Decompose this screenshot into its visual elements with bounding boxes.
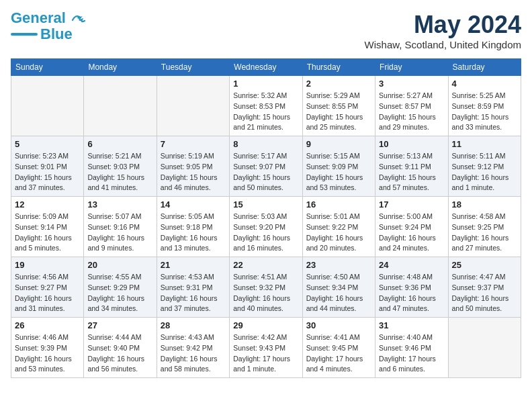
table-row: 30Sunrise: 4:41 AM Sunset: 9:45 PM Dayli… [302,318,375,378]
day-number: 7 [161,139,226,149]
day-number: 3 [379,79,444,89]
day-number: 28 [161,320,226,330]
logo: General Blue [11,11,86,42]
day-info: Sunrise: 4:40 AM Sunset: 9:46 PM Dayligh… [379,332,444,375]
day-number: 27 [87,320,152,330]
day-info: Sunrise: 4:44 AM Sunset: 9:40 PM Dayligh… [87,332,152,375]
day-info: Sunrise: 5:03 AM Sunset: 9:20 PM Dayligh… [233,212,298,254]
table-row: 2Sunrise: 5:29 AM Sunset: 8:55 PM Daylig… [302,76,375,136]
day-info: Sunrise: 4:53 AM Sunset: 9:31 PM Dayligh… [161,272,226,314]
table-row: 25Sunrise: 4:47 AM Sunset: 9:37 PM Dayli… [448,257,521,318]
day-number: 14 [161,199,226,210]
month-title: May 2024 [365,11,521,39]
day-info: Sunrise: 5:15 AM Sunset: 9:09 PM Dayligh… [306,151,371,193]
day-number: 4 [452,79,517,89]
day-info: Sunrise: 5:13 AM Sunset: 9:11 PM Dayligh… [379,151,444,193]
logo-line-accent [11,33,38,36]
day-number: 23 [306,260,371,270]
table-row: 3Sunrise: 5:27 AM Sunset: 8:57 PM Daylig… [375,76,448,136]
calendar-week-row: 12Sunrise: 5:09 AM Sunset: 9:14 PM Dayli… [11,197,521,257]
day-number: 22 [233,260,298,270]
day-info: Sunrise: 4:46 AM Sunset: 9:39 PM Dayligh… [15,332,80,375]
logo-bird-icon [71,13,86,24]
day-number: 5 [15,139,80,149]
table-row: 28Sunrise: 4:43 AM Sunset: 9:42 PM Dayli… [157,318,229,378]
day-number: 24 [379,260,444,270]
calendar-week-row: 1Sunrise: 5:32 AM Sunset: 8:53 PM Daylig… [11,76,521,136]
calendar-week-row: 19Sunrise: 4:56 AM Sunset: 9:27 PM Dayli… [11,257,521,318]
table-row: 21Sunrise: 4:53 AM Sunset: 9:31 PM Dayli… [157,257,229,318]
day-info: Sunrise: 5:19 AM Sunset: 9:05 PM Dayligh… [161,151,226,193]
logo-blue-text: Blue [40,27,73,42]
day-info: Sunrise: 5:17 AM Sunset: 9:07 PM Dayligh… [233,151,298,193]
day-number: 8 [233,139,298,149]
day-info: Sunrise: 4:43 AM Sunset: 9:42 PM Dayligh… [161,332,226,375]
day-info: Sunrise: 4:41 AM Sunset: 9:45 PM Dayligh… [306,332,371,375]
day-info: Sunrise: 5:01 AM Sunset: 9:22 PM Dayligh… [306,212,371,254]
table-row: 8Sunrise: 5:17 AM Sunset: 9:07 PM Daylig… [230,136,302,197]
day-number: 16 [306,199,371,210]
day-number: 29 [233,320,298,330]
day-info: Sunrise: 4:50 AM Sunset: 9:34 PM Dayligh… [306,272,371,314]
day-info: Sunrise: 4:48 AM Sunset: 9:36 PM Dayligh… [379,272,444,314]
table-row: 22Sunrise: 4:51 AM Sunset: 9:32 PM Dayli… [230,257,302,318]
table-row: 29Sunrise: 4:42 AM Sunset: 9:43 PM Dayli… [230,318,302,378]
table-row: 15Sunrise: 5:03 AM Sunset: 9:20 PM Dayli… [230,197,302,257]
table-row: 4Sunrise: 5:25 AM Sunset: 8:59 PM Daylig… [448,76,521,136]
table-row [157,76,229,136]
table-row [448,318,521,378]
day-info: Sunrise: 4:47 AM Sunset: 9:37 PM Dayligh… [452,272,517,314]
table-row: 16Sunrise: 5:01 AM Sunset: 9:22 PM Dayli… [302,197,375,257]
day-number: 1 [233,79,298,89]
table-row: 19Sunrise: 4:56 AM Sunset: 9:27 PM Dayli… [11,257,84,318]
table-row: 11Sunrise: 5:11 AM Sunset: 9:12 PM Dayli… [448,136,521,197]
calendar-table: Sunday Monday Tuesday Wednesday Thursday… [11,58,521,378]
table-row: 6Sunrise: 5:21 AM Sunset: 9:03 PM Daylig… [84,136,157,197]
table-row: 31Sunrise: 4:40 AM Sunset: 9:46 PM Dayli… [375,318,448,378]
table-row: 17Sunrise: 5:00 AM Sunset: 9:24 PM Dayli… [375,197,448,257]
calendar-header-row: Sunday Monday Tuesday Wednesday Thursday… [11,59,521,76]
table-row: 23Sunrise: 4:50 AM Sunset: 9:34 PM Dayli… [302,257,375,318]
day-number: 9 [306,139,371,149]
col-saturday: Saturday [448,59,521,76]
day-info: Sunrise: 5:07 AM Sunset: 9:16 PM Dayligh… [87,212,152,254]
day-number: 13 [87,199,152,210]
col-tuesday: Tuesday [157,59,229,76]
logo-text: General [11,11,86,26]
day-info: Sunrise: 5:29 AM Sunset: 8:55 PM Dayligh… [306,91,371,133]
table-row: 24Sunrise: 4:48 AM Sunset: 9:36 PM Dayli… [375,257,448,318]
table-row: 5Sunrise: 5:23 AM Sunset: 9:01 PM Daylig… [11,136,84,197]
day-number: 2 [306,79,371,89]
table-row: 7Sunrise: 5:19 AM Sunset: 9:05 PM Daylig… [157,136,229,197]
day-number: 10 [379,139,444,149]
day-info: Sunrise: 4:42 AM Sunset: 9:43 PM Dayligh… [233,332,298,375]
day-info: Sunrise: 4:58 AM Sunset: 9:25 PM Dayligh… [452,212,517,254]
table-row: 20Sunrise: 4:55 AM Sunset: 9:29 PM Dayli… [84,257,157,318]
calendar-week-row: 5Sunrise: 5:23 AM Sunset: 9:01 PM Daylig… [11,136,521,197]
table-row [84,76,157,136]
day-number: 30 [306,320,371,330]
table-row: 14Sunrise: 5:05 AM Sunset: 9:18 PM Dayli… [157,197,229,257]
day-info: Sunrise: 5:09 AM Sunset: 9:14 PM Dayligh… [15,212,80,254]
day-number: 31 [379,320,444,330]
day-info: Sunrise: 5:25 AM Sunset: 8:59 PM Dayligh… [452,91,517,133]
table-row [11,76,84,136]
table-row: 1Sunrise: 5:32 AM Sunset: 8:53 PM Daylig… [230,76,302,136]
day-info: Sunrise: 4:56 AM Sunset: 9:27 PM Dayligh… [15,272,80,314]
col-sunday: Sunday [11,59,84,76]
table-row: 27Sunrise: 4:44 AM Sunset: 9:40 PM Dayli… [84,318,157,378]
table-row: 18Sunrise: 4:58 AM Sunset: 9:25 PM Dayli… [448,197,521,257]
location-text: Wishaw, Scotland, United Kingdom [365,39,521,50]
day-number: 21 [161,260,226,270]
day-number: 26 [15,320,80,330]
col-friday: Friday [375,59,448,76]
day-info: Sunrise: 5:27 AM Sunset: 8:57 PM Dayligh… [379,91,444,133]
day-number: 12 [15,199,80,210]
page-header: General Blue May 2024 Wishaw, Scotland, … [11,11,521,50]
day-info: Sunrise: 5:11 AM Sunset: 9:12 PM Dayligh… [452,151,517,193]
day-info: Sunrise: 5:21 AM Sunset: 9:03 PM Dayligh… [87,151,152,193]
table-row: 12Sunrise: 5:09 AM Sunset: 9:14 PM Dayli… [11,197,84,257]
title-section: May 2024 Wishaw, Scotland, United Kingdo… [365,11,521,50]
day-number: 15 [233,199,298,210]
day-info: Sunrise: 5:32 AM Sunset: 8:53 PM Dayligh… [233,91,298,133]
